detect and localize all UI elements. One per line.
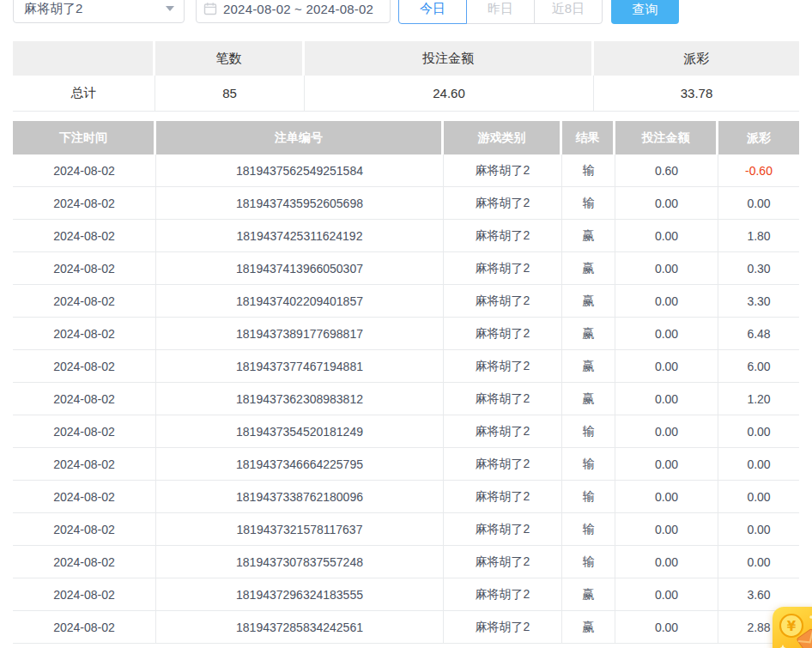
table-cell: 麻将胡了2 bbox=[444, 187, 562, 219]
table-cell: 麻将胡了2 bbox=[444, 350, 562, 382]
table-row: 2024-08-021819437377467194881麻将胡了2赢0.006… bbox=[13, 350, 799, 383]
table-cell: 0.00 bbox=[615, 220, 718, 251]
table-row: 2024-08-021819437338762180096麻将胡了2输0.000… bbox=[13, 481, 799, 513]
table-row: 2024-08-021819437296324183555麻将胡了2赢0.003… bbox=[13, 578, 799, 611]
table-cell: 0.00 bbox=[718, 481, 799, 512]
table-cell: 6.48 bbox=[718, 318, 799, 349]
table-cell: 2024-08-02 bbox=[13, 350, 156, 382]
table-cell: 输 bbox=[562, 154, 615, 186]
table-cell: 麻将胡了2 bbox=[444, 448, 562, 480]
table-cell: 0.00 bbox=[718, 448, 799, 480]
table-cell: 1.80 bbox=[718, 220, 799, 251]
table-cell: 麻将胡了2 bbox=[444, 383, 562, 415]
table-cell: 0.60 bbox=[615, 154, 718, 186]
table-cell: 1819437402209401857 bbox=[156, 285, 444, 317]
table-cell: 1819437346664225795 bbox=[156, 448, 444, 480]
records-header-row: 下注时间 注单编号 游戏类别 结果 投注金额 派彩 bbox=[13, 121, 799, 154]
table-row: 2024-08-021819437285834242561麻将胡了2赢0.002… bbox=[13, 611, 799, 644]
table-row: 2024-08-021819437389177698817麻将胡了2赢0.006… bbox=[13, 318, 799, 350]
table-cell: 2024-08-02 bbox=[13, 154, 156, 186]
table-cell: 赢 bbox=[562, 220, 615, 251]
table-cell: 麻将胡了2 bbox=[444, 578, 562, 610]
table-row: 2024-08-021819437402209401857麻将胡了2赢0.003… bbox=[13, 285, 799, 318]
table-row: 2024-08-021819437562549251584麻将胡了2输0.60-… bbox=[13, 154, 799, 187]
table-cell: 0.00 bbox=[615, 383, 718, 415]
col-header-game-type: 游戏类别 bbox=[444, 121, 562, 154]
table-cell: 2024-08-02 bbox=[13, 415, 156, 447]
table-cell: 输 bbox=[562, 481, 615, 512]
table-row: 2024-08-021819437354520181249麻将胡了2输0.000… bbox=[13, 415, 799, 448]
summary-total-count: 85 bbox=[155, 76, 305, 111]
table-cell: 赢 bbox=[562, 578, 615, 610]
quick-filter-last8days[interactable]: 近8日 bbox=[534, 0, 603, 24]
table-cell: 2024-08-02 bbox=[13, 611, 156, 643]
table-cell: 麻将胡了2 bbox=[444, 285, 562, 317]
summary-header-blank bbox=[13, 41, 155, 76]
table-cell: 1819437413966050307 bbox=[156, 252, 444, 284]
game-select[interactable]: 麻将胡了2 bbox=[13, 0, 185, 23]
table-cell: 麻将胡了2 bbox=[444, 154, 562, 186]
table-cell: 输 bbox=[562, 415, 615, 447]
table-cell: 0.30 bbox=[718, 252, 799, 284]
quick-filter-today[interactable]: 今日 bbox=[398, 0, 467, 24]
table-cell: 0.00 bbox=[615, 578, 718, 610]
table-cell: 麻将胡了2 bbox=[444, 252, 562, 284]
table-cell: 2024-08-02 bbox=[13, 513, 156, 545]
table-cell: 0.00 bbox=[615, 252, 718, 284]
table-cell: 1819437562549251584 bbox=[156, 154, 444, 186]
bet-records-page: 麻将胡了2 2024-08-02 ~ 2024-08-02 今日 昨日 近8日 … bbox=[0, 0, 812, 648]
table-cell: 赢 bbox=[562, 383, 615, 415]
table-cell: 2024-08-02 bbox=[13, 252, 156, 284]
date-range-picker[interactable]: 2024-08-02 ~ 2024-08-02 bbox=[196, 0, 391, 23]
table-cell: 2024-08-02 bbox=[13, 220, 156, 251]
col-header-bet-amount: 投注金额 bbox=[615, 121, 718, 154]
col-header-result: 结果 bbox=[562, 121, 615, 154]
rewards-float-button[interactable]: ¥ bbox=[773, 607, 812, 648]
table-cell: 6.00 bbox=[718, 350, 799, 382]
table-cell: 赢 bbox=[562, 252, 615, 284]
table-cell: 赢 bbox=[562, 285, 615, 317]
table-cell: 1819437321578117637 bbox=[156, 513, 444, 545]
summary-header-bet-amount: 投注金额 bbox=[305, 41, 594, 76]
table-cell: 麻将胡了2 bbox=[444, 481, 562, 512]
summary-total-payout: 33.78 bbox=[594, 76, 799, 111]
table-cell: 3.30 bbox=[718, 285, 799, 317]
table-row: 2024-08-021819437435952605698麻将胡了2输0.000… bbox=[13, 187, 799, 220]
table-cell: 赢 bbox=[562, 611, 615, 643]
svg-text:¥: ¥ bbox=[787, 619, 797, 634]
table-cell: 麻将胡了2 bbox=[444, 220, 562, 251]
col-header-bet-time: 下注时间 bbox=[13, 121, 156, 154]
table-cell: 麻将胡了2 bbox=[444, 546, 562, 578]
table-row: 2024-08-021819437321578117637麻将胡了2输0.000… bbox=[13, 513, 799, 546]
table-cell: 3.60 bbox=[718, 578, 799, 610]
table-cell: 0.00 bbox=[615, 350, 718, 382]
col-header-order-id: 注单编号 bbox=[156, 121, 444, 154]
table-cell: 输 bbox=[562, 546, 615, 578]
table-cell: 2024-08-02 bbox=[13, 448, 156, 480]
table-cell: -0.60 bbox=[718, 154, 799, 186]
summary-total-label: 总计 bbox=[13, 76, 155, 111]
calendar-icon bbox=[203, 2, 217, 15]
table-cell: 2024-08-02 bbox=[13, 187, 156, 219]
table-cell: 1819437435952605698 bbox=[156, 187, 444, 219]
summary-total-bet-amount: 24.60 bbox=[305, 76, 594, 111]
quick-filter-yesterday[interactable]: 昨日 bbox=[466, 0, 535, 24]
table-cell: 0.00 bbox=[615, 285, 718, 317]
toolbar: 麻将胡了2 2024-08-02 ~ 2024-08-02 今日 昨日 近8日 … bbox=[0, 0, 812, 36]
table-cell: 1819437354520181249 bbox=[156, 415, 444, 447]
table-cell: 0.00 bbox=[615, 187, 718, 219]
table-cell: 1819437338762180096 bbox=[156, 481, 444, 512]
summary-total-row: 总计 85 24.60 33.78 bbox=[13, 76, 799, 112]
table-cell: 2024-08-02 bbox=[13, 383, 156, 415]
table-cell: 麻将胡了2 bbox=[444, 513, 562, 545]
game-select-value: 麻将胡了2 bbox=[24, 1, 82, 17]
table-cell: 输 bbox=[562, 513, 615, 545]
table-cell: 1819437285834242561 bbox=[156, 611, 444, 643]
table-cell: 0.00 bbox=[615, 415, 718, 447]
table-cell: 0.00 bbox=[615, 546, 718, 578]
date-range-value: 2024-08-02 ~ 2024-08-02 bbox=[223, 2, 373, 16]
table-cell: 1819437425311624192 bbox=[156, 220, 444, 251]
table-cell: 0.00 bbox=[718, 415, 799, 447]
search-button[interactable]: 查询 bbox=[611, 0, 679, 24]
table-cell: 麻将胡了2 bbox=[444, 415, 562, 447]
